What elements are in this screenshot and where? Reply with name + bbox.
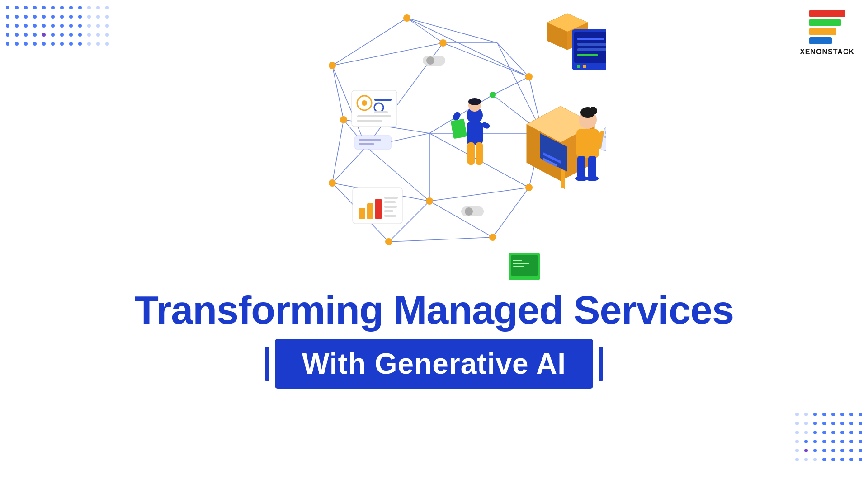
svg-rect-69 bbox=[384, 201, 396, 203]
svg-line-22 bbox=[332, 147, 366, 183]
svg-point-43 bbox=[329, 179, 336, 187]
svg-rect-62 bbox=[359, 139, 381, 141]
banner-bar-left bbox=[265, 347, 269, 381]
svg-line-6 bbox=[407, 18, 497, 43]
svg-rect-123 bbox=[476, 142, 483, 165]
svg-rect-107 bbox=[513, 260, 522, 261]
svg-point-80 bbox=[583, 65, 586, 68]
svg-point-41 bbox=[340, 116, 347, 123]
svg-rect-68 bbox=[384, 197, 398, 199]
svg-point-45 bbox=[426, 197, 433, 205]
svg-line-14 bbox=[497, 43, 529, 77]
svg-point-52 bbox=[465, 207, 473, 216]
svg-point-133 bbox=[575, 176, 588, 181]
main-content: Transforming Managed Services With Gener… bbox=[0, 0, 868, 488]
svg-rect-83 bbox=[577, 48, 606, 51]
svg-rect-56 bbox=[374, 99, 392, 101]
svg-rect-63 bbox=[359, 143, 374, 145]
svg-rect-66 bbox=[367, 203, 373, 219]
svg-rect-71 bbox=[384, 210, 393, 212]
svg-rect-108 bbox=[513, 263, 529, 264]
network-svg bbox=[262, 5, 606, 298]
svg-rect-59 bbox=[357, 115, 391, 117]
svg-point-47 bbox=[489, 234, 496, 241]
svg-rect-109 bbox=[513, 266, 524, 267]
svg-line-17 bbox=[493, 77, 529, 95]
svg-point-134 bbox=[586, 176, 599, 181]
svg-point-79 bbox=[577, 65, 580, 68]
svg-rect-117 bbox=[561, 169, 565, 189]
svg-rect-131 bbox=[577, 156, 585, 178]
illustration-container bbox=[262, 5, 606, 298]
subtitle-box: With Generative AI bbox=[275, 339, 593, 389]
svg-rect-132 bbox=[588, 156, 596, 178]
svg-rect-82 bbox=[577, 43, 606, 46]
svg-point-39 bbox=[439, 39, 447, 47]
svg-rect-126 bbox=[451, 119, 467, 139]
svg-line-36 bbox=[389, 237, 493, 242]
svg-rect-67 bbox=[375, 199, 382, 219]
svg-rect-65 bbox=[359, 208, 365, 219]
svg-line-7 bbox=[407, 18, 529, 77]
svg-rect-72 bbox=[384, 215, 396, 217]
svg-rect-78 bbox=[574, 32, 606, 63]
svg-rect-81 bbox=[577, 38, 604, 40]
svg-line-32 bbox=[429, 188, 529, 201]
svg-line-5 bbox=[407, 18, 443, 43]
svg-point-130 bbox=[589, 107, 597, 115]
svg-line-4 bbox=[332, 18, 407, 66]
svg-line-33 bbox=[493, 188, 529, 237]
banner-bar-right bbox=[599, 347, 603, 381]
svg-point-46 bbox=[385, 238, 392, 245]
subtitle-text: With Generative AI bbox=[302, 347, 566, 380]
svg-line-35 bbox=[429, 201, 493, 237]
svg-rect-58 bbox=[374, 111, 388, 113]
svg-point-120 bbox=[468, 98, 481, 105]
bottom-text-container: Transforming Managed Services With Gener… bbox=[134, 289, 734, 389]
svg-point-40 bbox=[525, 73, 533, 80]
svg-line-8 bbox=[332, 66, 344, 120]
svg-line-13 bbox=[443, 43, 529, 77]
svg-rect-122 bbox=[467, 142, 475, 165]
svg-point-48 bbox=[490, 92, 496, 98]
subtitle-banner: With Generative AI bbox=[134, 339, 734, 389]
svg-point-55 bbox=[362, 100, 367, 106]
svg-line-19 bbox=[332, 120, 344, 183]
svg-rect-84 bbox=[577, 54, 598, 56]
svg-point-37 bbox=[403, 14, 410, 22]
svg-point-44 bbox=[525, 184, 533, 191]
svg-rect-127 bbox=[576, 129, 599, 158]
svg-point-38 bbox=[329, 62, 336, 69]
svg-rect-106 bbox=[511, 255, 538, 276]
svg-rect-121 bbox=[467, 122, 483, 145]
svg-point-50 bbox=[426, 56, 434, 65]
svg-rect-70 bbox=[384, 206, 397, 208]
svg-rect-61 bbox=[355, 136, 391, 149]
svg-rect-60 bbox=[357, 120, 382, 122]
